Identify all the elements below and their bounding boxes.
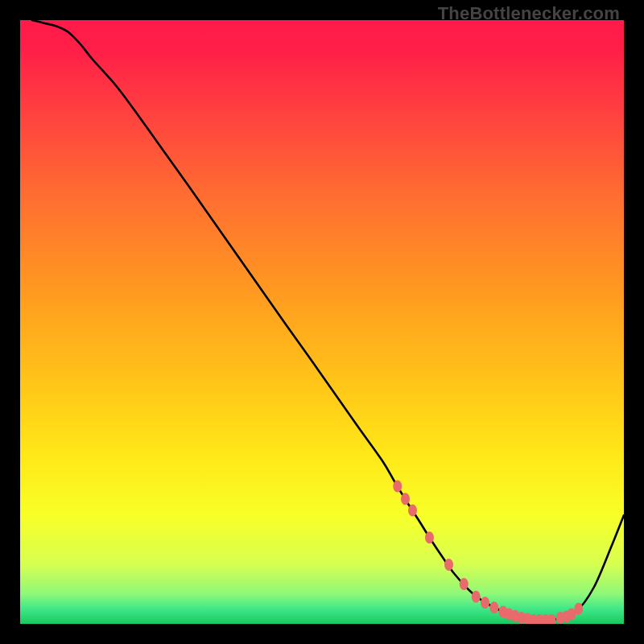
attribution-text: TheBottlenecker.com — [438, 3, 620, 24]
highlight-dot — [408, 505, 417, 517]
chart-background — [20, 20, 624, 624]
highlight-dot — [489, 601, 498, 613]
highlight-dot — [444, 559, 453, 571]
highlight-dot — [472, 591, 481, 603]
highlight-dot — [574, 603, 583, 615]
highlight-dot — [425, 531, 434, 543]
highlight-dot — [393, 481, 402, 493]
highlight-dot — [481, 597, 489, 609]
bottleneck-chart — [20, 20, 624, 624]
highlight-dot — [401, 493, 410, 505]
highlight-dot — [460, 578, 469, 590]
chart-frame — [20, 20, 624, 624]
